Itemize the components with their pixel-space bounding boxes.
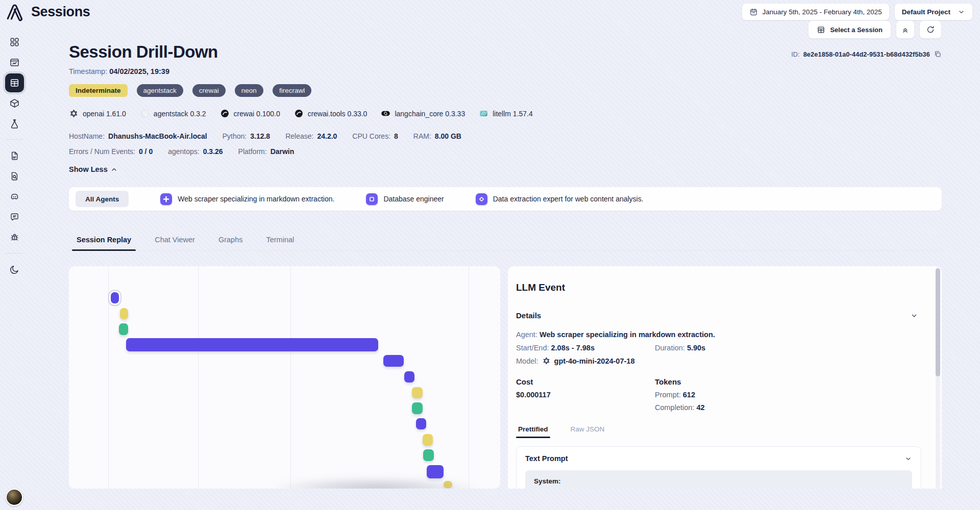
sidebar-item-sessions-table[interactable] xyxy=(5,73,24,92)
chevron-up-icon xyxy=(110,166,118,173)
gantt-bar[interactable] xyxy=(412,402,423,414)
tab-chat-viewer[interactable]: Chat Viewer xyxy=(150,236,200,250)
text-prompt-header[interactable]: Text Prompt xyxy=(525,454,912,463)
model-value: gpt-4o-mini-2024-07-18 xyxy=(554,357,635,365)
gantt-bar[interactable] xyxy=(111,292,119,303)
host-stat-label: Platform: xyxy=(238,147,267,156)
sidebar-item-chat[interactable] xyxy=(4,207,24,227)
session-id-value: 8e2e1858-01a0-44d2-9531-b68d432f5b36 xyxy=(803,50,930,58)
project-select[interactable]: Default Project xyxy=(894,3,973,20)
agent-value: Web scraper specializing in markdown ext… xyxy=(540,330,715,339)
tokens-block: Tokens Prompt: 612 Completion: 42 xyxy=(655,377,918,412)
model-label: Model: xyxy=(516,357,538,365)
user-avatar[interactable] xyxy=(6,489,23,506)
sidebar-item-flask[interactable] xyxy=(4,113,24,134)
host-stat-value: 3.12.8 xyxy=(250,132,270,140)
gantt-bar[interactable] xyxy=(427,465,444,478)
agent-filter-item[interactable]: Web scraper specializing in markdown ext… xyxy=(160,193,334,205)
gantt-bar[interactable] xyxy=(120,308,128,319)
gantt-bar[interactable] xyxy=(119,323,128,335)
detail-tabs: PrettifiedRaw JSON xyxy=(516,425,918,438)
brand: Sessions xyxy=(6,2,90,22)
tag-pill: agentstack xyxy=(137,84,183,97)
app-title: Sessions xyxy=(31,4,90,20)
copy-id-button[interactable] xyxy=(934,50,942,58)
gantt-bar[interactable] xyxy=(412,387,423,398)
agentops-logo-icon xyxy=(6,2,27,22)
tag-pill: neon xyxy=(235,84,263,97)
show-less-label: Show Less xyxy=(69,165,108,173)
date-range-picker[interactable]: January 5th, 2025 - February 4th, 2025 xyxy=(742,3,890,20)
sidebar-item-cube[interactable] xyxy=(4,93,24,113)
gantt-bar[interactable] xyxy=(126,338,378,351)
gantt-bar[interactable] xyxy=(383,355,404,367)
host-stat-label: Release: xyxy=(285,132,313,140)
host-stat-label: agentops: xyxy=(168,147,200,156)
tab-graphs[interactable]: Graphs xyxy=(214,236,248,250)
details-section-header[interactable]: Details xyxy=(516,311,918,320)
host-stat: Errors / Num Events:0 / 0 xyxy=(69,147,153,156)
show-less-button[interactable]: Show Less xyxy=(69,165,118,173)
sidebar-item-discord[interactable] xyxy=(4,186,24,207)
calendar-icon xyxy=(749,8,758,16)
duration-row: Duration: 5.90s xyxy=(655,344,918,352)
sidebar-item-file-search[interactable] xyxy=(4,166,24,186)
sidebar-item-apps[interactable] xyxy=(4,32,24,52)
agents-bar: All Agents Web scraper specializing in m… xyxy=(69,187,942,211)
package-item: agentstack 0.3.2 xyxy=(140,109,206,118)
gantt-bar[interactable] xyxy=(423,434,433,446)
gantt-bar[interactable] xyxy=(404,371,414,382)
system-label: System: xyxy=(534,477,903,485)
openai-icon xyxy=(542,356,551,365)
host-stat-value: 0.3.26 xyxy=(203,147,223,156)
file-search-icon xyxy=(9,171,20,182)
moon-icon xyxy=(9,264,20,275)
package-label: crewai 0.100.0 xyxy=(234,110,280,118)
tab-session-replay[interactable]: Session Replay xyxy=(72,236,136,250)
window-chart-icon xyxy=(9,57,20,68)
content-area: LLM Event Details Agent: Web scraper spe… xyxy=(69,266,942,489)
tab-terminal[interactable]: Terminal xyxy=(261,236,299,250)
completion-tokens-value: 42 xyxy=(696,403,704,412)
sidebar-item-window-chart[interactable] xyxy=(4,52,24,72)
gridline xyxy=(290,266,291,489)
host-stat-value: 0 / 0 xyxy=(139,147,153,156)
agent-label: Agent: xyxy=(516,330,537,339)
gantt-bar[interactable] xyxy=(416,418,426,429)
session-actions: Select a Session ID: 8e2e1858-01a0-44d2-… xyxy=(791,20,942,58)
chevrons-up-icon xyxy=(901,26,910,34)
agent-filter-item[interactable]: Data extraction expert for web content a… xyxy=(476,193,644,205)
main-tabs: Session ReplayChat ViewerGraphsTerminal xyxy=(69,236,942,251)
package-item: langchain_core 0.3.33 xyxy=(381,109,465,118)
refresh-button[interactable] xyxy=(919,20,942,39)
prompt-tokens-row: Prompt: 612 xyxy=(655,391,918,399)
gantt-bar[interactable] xyxy=(444,481,452,488)
agent-row: Agent: Web scraper specializing in markd… xyxy=(516,330,918,339)
copy-icon xyxy=(934,50,942,58)
sidebar-item-moon[interactable] xyxy=(4,259,24,279)
detail-tab-raw-json[interactable]: Raw JSON xyxy=(571,425,605,438)
collapse-button[interactable] xyxy=(896,20,915,39)
text-prompt-label: Text Prompt xyxy=(525,454,568,463)
package-label: agentstack 0.3.2 xyxy=(154,110,206,118)
package-label: litellm 1.57.4 xyxy=(493,110,533,118)
sidebar-item-doc-file[interactable] xyxy=(4,145,24,166)
select-session-label: Select a Session xyxy=(830,26,883,34)
host-stat-value: 8 xyxy=(394,132,398,140)
sidebar-item-bug[interactable] xyxy=(4,227,24,247)
select-session-button[interactable]: Select a Session xyxy=(808,20,891,39)
host-stat-value: Darwin xyxy=(271,147,295,156)
table-icon xyxy=(817,26,825,34)
detail-tab-prettified[interactable]: Prettified xyxy=(518,425,548,438)
all-agents-button[interactable]: All Agents xyxy=(76,191,129,207)
panel-scrollbar-thumb[interactable] xyxy=(936,268,940,376)
sidebar xyxy=(0,23,29,510)
host-stat-value: 8.00 GB xyxy=(435,132,461,140)
packages-row: openai 1.61.0agentstack 0.3.2crewai 0.10… xyxy=(69,109,942,118)
sessions-table-icon xyxy=(9,78,20,88)
project-label: Default Project xyxy=(902,8,950,16)
gantt-bar[interactable] xyxy=(423,449,434,461)
host-info-row: Errors / Num Events:0 / 0agentops:0.3.26… xyxy=(69,147,942,156)
agent-filter-item[interactable]: Database engineer xyxy=(366,193,444,205)
host-stat-label: CPU Cores: xyxy=(352,132,390,140)
